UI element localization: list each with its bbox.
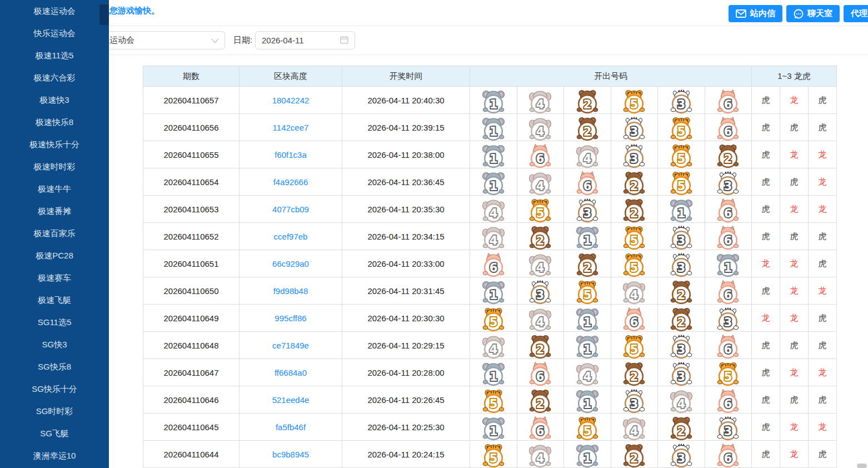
svg-text:3: 3 (677, 234, 685, 247)
page: 祝您游戏愉快。 站内信 聊天室 代理客服 极速运动会 (0, 0, 868, 468)
sidebar-item-19[interactable]: SG时时彩 (0, 400, 109, 422)
block-height-link[interactable]: bc9b8945 (272, 450, 309, 459)
ball-1-koala-icon: 1 (470, 277, 517, 305)
block-height-link[interactable]: ff6684a0 (275, 368, 307, 377)
sidebar-item-21[interactable]: 澳洲幸运10 (0, 445, 109, 467)
sidebar-item-17[interactable]: SG快乐8 (0, 356, 109, 378)
ball-1-koala-icon: 1 (470, 414, 517, 441)
ball-4-elephant-icon: 4 (658, 386, 705, 414)
table-row: 20260411065166c929a02026-04-11 20:33:00 … (143, 250, 837, 277)
sidebar-item-14[interactable]: 极速飞艇 (0, 289, 109, 311)
table-row: 202604110644bc9b89452026-04-11 20:24:15 … (143, 441, 837, 468)
ball-3-zebra-icon: 3 (611, 386, 658, 414)
ball-6-pig-icon: 6 (611, 305, 658, 332)
block-height-link[interactable]: 18042242 (272, 96, 310, 105)
period-cell: 202604110652 (143, 223, 240, 250)
ball-3-zebra-icon: 3 (611, 141, 658, 168)
svg-text:3: 3 (677, 343, 685, 356)
sidebar-item-16[interactable]: SG快3 (0, 333, 109, 356)
block-height-link[interactable]: f4a92666 (273, 177, 308, 187)
block-height-link[interactable]: 4077cb09 (272, 205, 309, 214)
tiger-result-cell: 虎 (752, 141, 780, 168)
results-table: 期数 区块高度 开奖时间 开出号码 1~3 龙虎 202604110657180… (143, 66, 837, 468)
sidebar-item-10[interactable]: 极速番摊 (0, 200, 109, 222)
table-row: 202604110648ce71849e2026-04-11 20:29:15 … (143, 332, 837, 359)
svg-text:1: 1 (583, 343, 591, 356)
sidebar-item-8[interactable]: 极速时时彩 (0, 156, 109, 178)
ball-5-tiger-icon: 5 (564, 414, 611, 441)
block-height-link[interactable]: 1142cee7 (273, 123, 309, 132)
svg-text:6: 6 (724, 98, 732, 111)
sidebar-item-9[interactable]: 极速牛牛 (0, 178, 109, 200)
ball-6-pig-icon: 6 (705, 196, 752, 223)
sidebar-item-4[interactable]: 极速六合彩 (0, 67, 109, 89)
sidebar-item-12[interactable]: 极速PC28 (0, 245, 109, 267)
dragon-result-cell: 龙 (752, 305, 780, 332)
svg-text:4: 4 (536, 125, 545, 138)
ball-6-pig-icon: 6 (705, 114, 752, 141)
svg-text:1: 1 (489, 425, 497, 438)
sidebar-item-5[interactable]: 极速快3 (0, 89, 109, 111)
sidebar-item-11[interactable]: 极速百家乐 (0, 222, 109, 245)
block-height-link[interactable]: 995cff86 (275, 313, 306, 323)
top-bar: 祝您游戏愉快。 站内信 聊天室 代理客服 (0, 0, 868, 26)
svg-text:3: 3 (677, 370, 685, 384)
block-height-link[interactable]: 66c929a0 (272, 259, 309, 268)
svg-text:4: 4 (536, 452, 545, 465)
sidebar-item-6[interactable]: 极速快乐8 (0, 111, 109, 133)
ball-6-pig-icon: 6 (705, 386, 752, 414)
agent-service-button[interactable]: 代理客服 (844, 5, 868, 22)
period-cell: 202604110647 (143, 359, 240, 386)
ball-2-bear-icon: 2 (517, 332, 564, 359)
ball-6-pig-icon: 6 (705, 87, 752, 114)
svg-text:1: 1 (724, 261, 732, 275)
block-height-link[interactable]: 521eed4e (272, 395, 310, 405)
svg-text:3: 3 (536, 288, 545, 302)
sidebar-item-7[interactable]: 极速快乐十分 (0, 133, 109, 156)
sidebar-item-15[interactable]: SG11选5 (0, 311, 109, 333)
block-height-link[interactable]: ce71849e (272, 341, 309, 350)
ball-2-bear-icon: 2 (705, 141, 752, 168)
block-height-link[interactable]: f60f1c3a (275, 150, 307, 160)
svg-text:2: 2 (583, 98, 591, 111)
sidebar-scrollbar-thumb[interactable] (99, 4, 109, 25)
tiger-result-cell: 虎 (752, 414, 780, 441)
svg-text:5: 5 (489, 452, 497, 465)
table-row: 202604110650f9d98b482026-04-11 20:31:45 … (143, 277, 837, 305)
sidebar-item-1[interactable]: 极速运动会 (0, 0, 109, 22)
ball-2-bear-icon: 2 (564, 114, 611, 141)
sidebar-item-3[interactable]: 极速11选5 (0, 44, 109, 67)
sidebar-item-2[interactable]: 快乐运动会 (0, 22, 109, 44)
calendar-icon[interactable] (340, 36, 348, 46)
tiger-result-cell: 虎 (752, 196, 780, 223)
topbar-buttons: 站内信 聊天室 代理客服 (729, 5, 868, 22)
sidebar-item-20[interactable]: SG飞艇 (0, 422, 109, 445)
ball-3-zebra-icon: 3 (705, 168, 752, 196)
table-row: 202604110649995cff862026-04-11 20:30:30 … (143, 305, 837, 332)
ball-4-elephant-icon: 4 (517, 441, 564, 468)
block-height-link[interactable]: fa5fb46f (276, 422, 306, 432)
sidebar-item-13[interactable]: 极速赛车 (0, 267, 109, 289)
svg-text:4: 4 (536, 98, 545, 111)
ball-2-bear-icon: 2 (564, 87, 611, 114)
svg-text:1: 1 (583, 316, 591, 329)
chat-room-button[interactable]: 聊天室 (786, 5, 840, 22)
site-mail-button[interactable]: 站内信 (729, 5, 782, 22)
scrollbar-corner[interactable] (857, 464, 867, 468)
block-height-link[interactable]: ccef97eb (274, 232, 308, 241)
tiger-result-cell: 虎 (752, 277, 780, 305)
block-height-cell: fa5fb46f (240, 414, 342, 441)
date-input[interactable]: 2026-04-11 (255, 31, 355, 49)
dragon-result-cell: 龙 (780, 277, 809, 305)
ball-4-elephant-icon: 4 (470, 223, 517, 250)
draw-time-cell: 2026-04-11 20:29:15 (342, 332, 470, 359)
svg-text:5: 5 (677, 152, 685, 166)
block-height-link[interactable]: f9d98b48 (273, 286, 308, 296)
svg-text:1: 1 (677, 207, 685, 220)
ball-1-koala-icon: 1 (470, 87, 517, 114)
sidebar-item-18[interactable]: SG快乐十分 (0, 378, 109, 400)
ball-3-zebra-icon: 3 (705, 305, 752, 332)
ball-3-zebra-icon: 3 (658, 223, 705, 250)
svg-text:5: 5 (583, 425, 591, 438)
draw-time-cell: 2026-04-11 20:38:00 (342, 141, 470, 168)
